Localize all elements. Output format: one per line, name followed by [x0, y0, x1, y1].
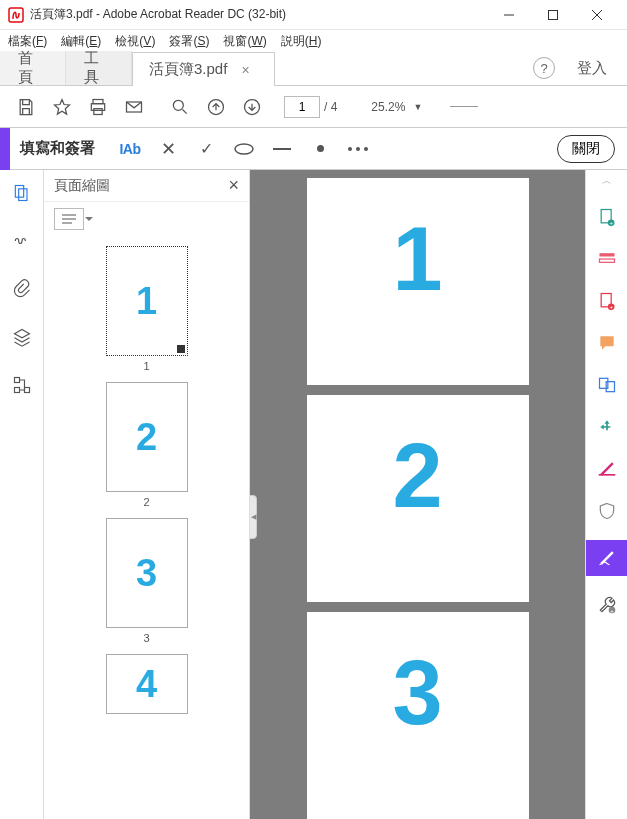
tab-document-label: 活頁簿3.pdf	[149, 60, 227, 79]
doc-page-3[interactable]: 3	[307, 612, 529, 819]
collapse-panel-handle[interactable]	[250, 495, 257, 539]
thumbnail-panel-title: 頁面縮圖	[54, 177, 110, 195]
cross-tool-icon[interactable]: ✕	[149, 134, 187, 164]
close-panel-icon[interactable]: ×	[228, 175, 239, 196]
print-icon[interactable]	[80, 92, 116, 122]
menu-sign[interactable]: 簽署(S)	[169, 33, 209, 50]
comment-icon[interactable]	[594, 330, 620, 356]
svg-text:+: +	[609, 220, 613, 226]
more-tools-icon[interactable]	[339, 134, 377, 164]
redact-icon[interactable]	[594, 456, 620, 482]
attachment-icon[interactable]	[9, 276, 35, 302]
thumbnail-page-2[interactable]: 2 2	[106, 382, 188, 508]
save-icon[interactable]	[8, 92, 44, 122]
layers-icon[interactable]	[9, 324, 35, 350]
protect-icon[interactable]	[594, 498, 620, 524]
maximize-button[interactable]	[531, 0, 575, 30]
svg-rect-16	[14, 378, 19, 383]
menu-window[interactable]: 視窗(W)	[223, 33, 266, 50]
svg-point-9	[173, 100, 183, 110]
svg-rect-5	[93, 99, 103, 103]
email-icon[interactable]	[116, 92, 152, 122]
create-pdf-icon[interactable]: +	[594, 204, 620, 230]
check-tool-icon[interactable]: ✓	[187, 134, 225, 164]
acrobat-icon	[8, 7, 24, 23]
document-view[interactable]: 1 2 3	[250, 170, 585, 819]
doc-page-1[interactable]: 1	[307, 178, 529, 385]
fill-sign-bar: 填寫和簽署 IAb ✕ ✓ 關閉	[0, 128, 627, 170]
structure-icon[interactable]	[9, 372, 35, 398]
thumbnail-page-3[interactable]: 3 3	[106, 518, 188, 644]
caret-down-icon: ▼	[413, 102, 422, 112]
export-pdf-icon[interactable]: +	[594, 288, 620, 314]
signbar-title: 填寫和簽署	[20, 139, 95, 158]
left-rail	[0, 170, 44, 819]
thumbnail-list[interactable]: 1 1 2 2 3 3 4	[44, 236, 249, 819]
close-signbar-button[interactable]: 關閉	[557, 135, 615, 163]
rail-caret-icon[interactable]: ︿	[602, 174, 612, 188]
svg-text:+: +	[609, 304, 613, 310]
dot-tool-icon[interactable]	[301, 134, 339, 164]
thumbnail-label: 2	[143, 496, 149, 508]
bookmarks-icon[interactable]	[9, 228, 35, 254]
svg-rect-7	[94, 108, 102, 114]
tab-tools[interactable]: 工具	[66, 51, 132, 85]
thumbnail-page-1[interactable]: 1 1	[106, 246, 188, 372]
tab-close-icon[interactable]: ×	[241, 62, 249, 78]
tab-document[interactable]: 活頁簿3.pdf ×	[132, 52, 275, 86]
circle-tool-icon[interactable]	[225, 134, 263, 164]
login-button[interactable]: 登入	[577, 59, 607, 78]
main-toolbar: / 4 25.2% ▼	[0, 86, 627, 128]
page-number-input[interactable]	[284, 96, 320, 118]
svg-rect-25	[599, 253, 614, 256]
fill-sign-tool-icon[interactable]	[586, 540, 628, 576]
toolbar-divider	[450, 106, 478, 107]
thumbnail-options-dropdown[interactable]	[54, 208, 84, 230]
zoom-tool-icon[interactable]	[162, 92, 198, 122]
window-title: 活頁簿3.pdf - Adobe Acrobat Reader DC (32-b…	[30, 6, 487, 23]
page-total: / 4	[324, 100, 337, 114]
titlebar: 活頁簿3.pdf - Adobe Acrobat Reader DC (32-b…	[0, 0, 627, 30]
svg-rect-17	[14, 388, 19, 393]
svg-point-13	[235, 144, 253, 154]
zoom-dropdown[interactable]: 25.2% ▼	[371, 100, 422, 114]
thumbnail-page-4[interactable]: 4	[106, 654, 188, 714]
text-tool-icon[interactable]: IAb	[111, 134, 149, 164]
svg-rect-2	[549, 10, 558, 19]
help-icon[interactable]: ?	[533, 57, 555, 79]
menu-file[interactable]: 檔案(F)	[8, 33, 47, 50]
menu-view[interactable]: 檢視(V)	[115, 33, 155, 50]
thumbnail-label: 1	[143, 360, 149, 372]
edit-pdf-icon[interactable]	[594, 246, 620, 272]
svg-rect-32	[598, 474, 615, 476]
menu-help[interactable]: 説明(H)	[281, 33, 322, 50]
zoom-value: 25.2%	[371, 100, 405, 114]
star-icon[interactable]	[44, 92, 80, 122]
svg-rect-14	[15, 186, 23, 198]
close-window-button[interactable]	[575, 0, 619, 30]
signbar-accent	[0, 128, 10, 170]
svg-rect-18	[24, 388, 29, 393]
svg-line-10	[183, 109, 187, 113]
content: 頁面縮圖 × 1 1 2 2 3 3 4	[0, 170, 627, 819]
svg-rect-26	[599, 259, 614, 262]
right-rail: ︿ + + +	[585, 170, 627, 819]
menu-edit[interactable]: 編輯(E)	[61, 33, 101, 50]
more-tools-rail-icon[interactable]: +	[594, 592, 620, 618]
doc-page-2[interactable]: 2	[307, 395, 529, 602]
combine-icon[interactable]	[594, 372, 620, 398]
thumbnails-icon[interactable]	[9, 180, 35, 206]
organize-icon[interactable]	[594, 414, 620, 440]
line-tool-icon[interactable]	[263, 134, 301, 164]
thumbnail-label: 3	[143, 632, 149, 644]
svg-text:+: +	[610, 608, 614, 614]
tabbar: 首頁 工具 活頁簿3.pdf × ? 登入	[0, 52, 627, 86]
minimize-button[interactable]	[487, 0, 531, 30]
tab-home[interactable]: 首頁	[0, 51, 66, 85]
svg-rect-15	[18, 189, 26, 201]
thumbnail-panel: 頁面縮圖 × 1 1 2 2 3 3 4	[44, 170, 250, 819]
page-up-icon[interactable]	[198, 92, 234, 122]
page-down-icon[interactable]	[234, 92, 270, 122]
